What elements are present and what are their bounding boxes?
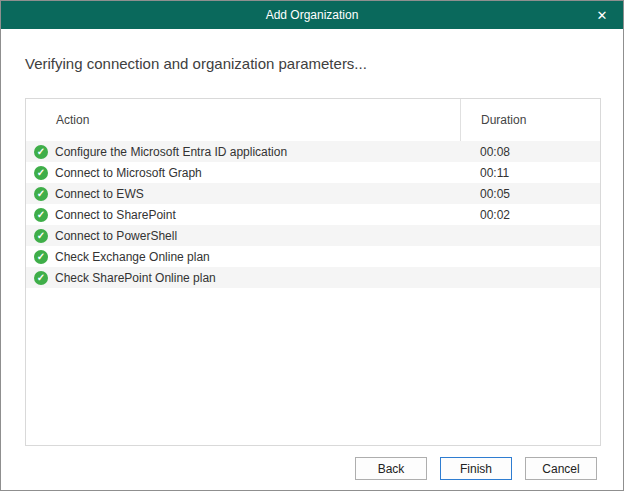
back-button[interactable]: Back <box>355 457 427 480</box>
table-row: ✓ Connect to Microsoft Graph 00:11 <box>26 162 600 183</box>
success-check-icon: ✓ <box>34 187 48 201</box>
dialog-footer: Back Finish Cancel <box>355 457 597 480</box>
column-header-duration: Duration <box>460 99 600 141</box>
table-row: ✓ Connect to EWS 00:05 <box>26 183 600 204</box>
duration-value: 00:02 <box>460 208 600 222</box>
action-label: Check Exchange Online plan <box>55 250 210 264</box>
close-icon: ✕ <box>597 8 608 23</box>
table-header: Action Duration <box>26 99 600 141</box>
success-check-icon: ✓ <box>34 145 48 159</box>
finish-button[interactable]: Finish <box>440 457 512 480</box>
table-row: ✓ Check SharePoint Online plan <box>26 267 600 288</box>
success-check-icon: ✓ <box>34 208 48 222</box>
success-check-icon: ✓ <box>34 166 48 180</box>
table-row: ✓ Connect to SharePoint 00:02 <box>26 204 600 225</box>
verification-table: Action Duration ✓ Configure the Microsof… <box>25 98 601 446</box>
action-cell: ✓ Check SharePoint Online plan <box>26 271 460 285</box>
table-row: ✓ Connect to PowerShell <box>26 225 600 246</box>
action-cell: ✓ Connect to SharePoint <box>26 208 460 222</box>
table-row: ✓ Configure the Microsoft Entra ID appli… <box>26 141 600 162</box>
duration-value: 00:05 <box>460 187 600 201</box>
success-check-icon: ✓ <box>34 250 48 264</box>
action-cell: ✓ Check Exchange Online plan <box>26 250 460 264</box>
action-cell: ✓ Connect to Microsoft Graph <box>26 166 460 180</box>
titlebar: Add Organization ✕ <box>1 1 623 29</box>
action-cell: ✓ Connect to EWS <box>26 187 460 201</box>
duration-value: 00:11 <box>460 166 600 180</box>
cancel-button[interactable]: Cancel <box>525 457 597 480</box>
success-check-icon: ✓ <box>34 271 48 285</box>
page-title: Verifying connection and organization pa… <box>25 55 599 72</box>
action-label: Check SharePoint Online plan <box>55 271 216 285</box>
duration-value: 00:08 <box>460 145 600 159</box>
action-label: Configure the Microsoft Entra ID applica… <box>55 145 287 159</box>
table-row: ✓ Check Exchange Online plan <box>26 246 600 267</box>
column-header-action: Action <box>26 99 460 141</box>
action-cell: ✓ Configure the Microsoft Entra ID appli… <box>26 145 460 159</box>
action-cell: ✓ Connect to PowerShell <box>26 229 460 243</box>
action-label: Connect to PowerShell <box>55 229 177 243</box>
close-button[interactable]: ✕ <box>581 1 623 29</box>
action-label: Connect to Microsoft Graph <box>55 166 202 180</box>
action-label: Connect to EWS <box>55 187 144 201</box>
success-check-icon: ✓ <box>34 229 48 243</box>
add-organization-dialog: Add Organization ✕ Verifying connection … <box>0 0 624 491</box>
window-title: Add Organization <box>266 8 359 22</box>
action-label: Connect to SharePoint <box>55 208 176 222</box>
table-rows: ✓ Configure the Microsoft Entra ID appli… <box>26 141 600 288</box>
